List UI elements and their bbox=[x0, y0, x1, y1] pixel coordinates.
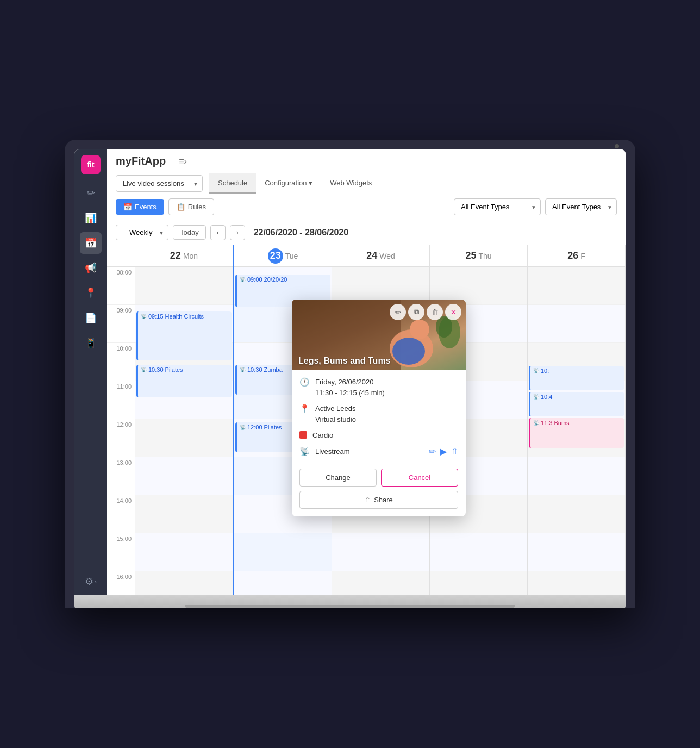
popup-stream-row: 📡 Livestream ✏ ▶ ⇧ bbox=[299, 446, 458, 457]
time-1400: 14:00 bbox=[107, 495, 135, 533]
day-header-mon: 22 Mon bbox=[135, 245, 233, 267]
stream-icon: 📡 bbox=[299, 447, 310, 457]
popup-category: Cardio bbox=[312, 430, 333, 441]
popup-body: 🕐 Friday, 26/06/2020 11:30 - 12:15 (45 m… bbox=[292, 370, 466, 469]
events-button[interactable]: 📅 Events bbox=[116, 199, 164, 215]
menu-button[interactable]: ≡› bbox=[179, 157, 187, 166]
sidebar-item-megaphone[interactable]: 📢 bbox=[80, 257, 102, 279]
main-content: myFitApp ≡› Live video sessions Schedule… bbox=[107, 149, 626, 595]
event-popup: Legs, Bums and Tums ✏ ⧉ 🗑 ✕ bbox=[292, 300, 466, 516]
sidebar-item-mobile[interactable]: 📱 bbox=[80, 332, 102, 354]
popup-copy-button[interactable]: ⧉ bbox=[408, 304, 424, 320]
mon-cell-0 bbox=[135, 267, 233, 305]
event-stream-icon: 📡 bbox=[240, 367, 246, 372]
event-fri-2[interactable]: 📡 10:4 bbox=[529, 392, 624, 416]
session-type-dropdown[interactable]: Live video sessions bbox=[116, 175, 203, 192]
tue-cell-7 bbox=[234, 533, 332, 571]
tab-configuration[interactable]: Configuration ▾ bbox=[256, 173, 321, 194]
popup-date: Friday, 26/06/2020 bbox=[315, 377, 385, 388]
event-stream-icon: 📡 bbox=[141, 367, 147, 372]
popup-image: Legs, Bums and Tums ✏ ⧉ 🗑 ✕ bbox=[292, 300, 466, 370]
nav-tabs: Live video sessions Schedule Configurati… bbox=[107, 173, 626, 194]
popup-stream-type: Livestream bbox=[315, 446, 350, 457]
time-1100: 11:00 bbox=[107, 381, 135, 419]
calendar-container: 08:00 09:00 10:00 11:00 12:00 13:00 14:0… bbox=[107, 245, 626, 595]
rules-button[interactable]: 📋 Rules bbox=[168, 198, 214, 215]
time-1300: 13:00 bbox=[107, 457, 135, 495]
mon-cell-5 bbox=[135, 457, 233, 495]
camera bbox=[615, 144, 619, 148]
event-type-filter[interactable]: All Event Types bbox=[545, 198, 617, 215]
event-type-filter-wrapper: All Event Types bbox=[545, 198, 617, 215]
next-button[interactable]: › bbox=[230, 225, 245, 240]
popup-location2: Virtual studio bbox=[315, 414, 356, 425]
tab-schedule[interactable]: Schedule bbox=[209, 173, 256, 194]
popup-close-button[interactable]: ✕ bbox=[445, 304, 461, 320]
prev-button[interactable]: ‹ bbox=[210, 225, 226, 240]
calendar-toolbar: Weekly Today ‹ › 22/06/2020 - 28/06/2020 bbox=[107, 220, 626, 245]
share-button[interactable]: ⇧ Share bbox=[299, 491, 458, 509]
sidebar-item-edit[interactable]: ✏ bbox=[80, 182, 102, 204]
event-pilates-mon[interactable]: 📡 10:30 Pilates bbox=[136, 365, 232, 397]
app-container: fit ✏ 📊 📅 📢 📍 📄 📱 ⚙ › myFitApp ≡› bbox=[74, 149, 626, 595]
mon-cell-4 bbox=[135, 419, 233, 457]
popup-time: 11:30 - 12:15 (45 min) bbox=[315, 388, 385, 398]
cancel-event-button[interactable]: Cancel bbox=[381, 469, 458, 487]
mon-cell-6 bbox=[135, 495, 233, 533]
tab-web-widgets[interactable]: Web Widgets bbox=[321, 173, 380, 194]
popup-primary-actions: Change Cancel bbox=[299, 469, 458, 487]
time-0800: 08:00 bbox=[107, 267, 135, 305]
mon-cell-8 bbox=[135, 571, 233, 595]
category-color bbox=[299, 431, 307, 439]
sidebar-item-chart[interactable]: 📊 bbox=[80, 207, 102, 229]
date-range: 22/06/2020 - 28/06/2020 bbox=[254, 228, 348, 238]
popup-delete-button[interactable]: 🗑 bbox=[427, 304, 443, 320]
livestream-share-button[interactable]: ⇧ bbox=[451, 446, 458, 457]
sidebar-item-settings[interactable]: ⚙ › bbox=[85, 576, 97, 588]
livestream-edit-button[interactable]: ✏ bbox=[429, 446, 436, 457]
mon-cell-7 bbox=[135, 533, 233, 571]
rules-icon: 📋 bbox=[177, 203, 185, 211]
day-header-fri: 26 F bbox=[528, 245, 625, 267]
event-health-circuits[interactable]: 📡 09:15 Health Circuits bbox=[136, 311, 232, 360]
view-select-wrapper: Weekly bbox=[116, 225, 168, 240]
today-button[interactable]: Today bbox=[173, 225, 206, 240]
filter-dropdown[interactable]: All Event Types bbox=[454, 198, 541, 215]
day-header-wed: 24 Wed bbox=[332, 245, 429, 267]
time-1200: 12:00 bbox=[107, 419, 135, 457]
sidebar-item-document[interactable]: 📄 bbox=[80, 307, 102, 329]
laptop-base bbox=[74, 595, 626, 608]
sidebar-item-location[interactable]: 📍 bbox=[80, 282, 102, 304]
time-1500: 15:00 bbox=[107, 533, 135, 571]
svg-point-4 bbox=[392, 338, 425, 365]
livestream-action-buttons: ✏ ▶ ⇧ bbox=[429, 446, 458, 457]
popup-datetime-row: 🕐 Friday, 26/06/2020 11:30 - 12:15 (45 m… bbox=[299, 377, 458, 398]
day-col-fri: 26 F bbox=[528, 245, 626, 595]
day-header-tue: 23 Tue bbox=[234, 245, 332, 267]
laptop-frame: fit ✏ 📊 📅 📢 📍 📄 📱 ⚙ › myFitApp ≡› bbox=[65, 140, 635, 608]
event-fri-1[interactable]: 📡 10: bbox=[529, 366, 624, 390]
laptop-screen: fit ✏ 📊 📅 📢 📍 📄 📱 ⚙ › myFitApp ≡› bbox=[74, 149, 626, 595]
popup-edit-button[interactable]: ✏ bbox=[390, 304, 406, 320]
popup-title: Legs, Bums and Tums bbox=[298, 356, 391, 366]
sidebar-item-calendar[interactable]: 📅 bbox=[80, 232, 102, 254]
popup-location-row: 📍 Active Leeds Virtual studio bbox=[299, 403, 458, 425]
svg-point-3 bbox=[410, 320, 429, 339]
app-title: myFitApp bbox=[116, 155, 166, 167]
top-bar: myFitApp ≡› bbox=[107, 149, 626, 173]
popup-location1: Active Leeds bbox=[315, 403, 356, 414]
time-column: 08:00 09:00 10:00 11:00 12:00 13:00 14:0… bbox=[107, 245, 135, 595]
event-stream-icon: 📡 bbox=[141, 314, 147, 319]
session-type-dropdown-wrapper: Live video sessions bbox=[116, 175, 203, 192]
change-button[interactable]: Change bbox=[299, 469, 377, 487]
filter-dropdown-wrapper: All Event Types bbox=[454, 198, 541, 215]
share-icon: ⇧ bbox=[365, 496, 371, 504]
event-stream-icon: 📡 bbox=[240, 425, 246, 430]
toolbar: 📅 Events 📋 Rules All Event Types bbox=[107, 194, 626, 220]
livestream-play-button[interactable]: ▶ bbox=[440, 446, 447, 457]
popup-category-row: Cardio bbox=[299, 430, 458, 441]
location-icon: 📍 bbox=[299, 404, 310, 414]
tue-cell-8 bbox=[234, 571, 332, 595]
view-select[interactable]: Weekly bbox=[116, 225, 168, 240]
event-fri-legs[interactable]: 📡 11:3 Bums bbox=[529, 418, 624, 448]
